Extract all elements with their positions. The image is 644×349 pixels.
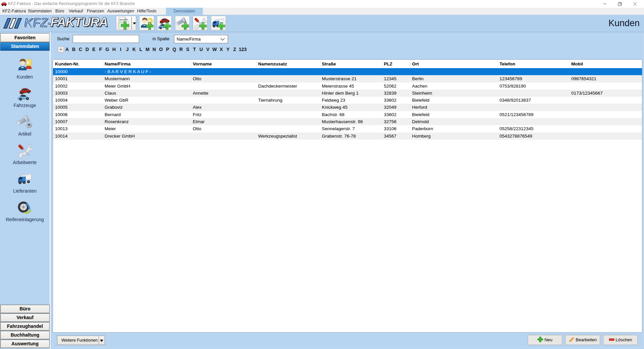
- svg-text:INVOICE: INVOICE: [119, 19, 127, 21]
